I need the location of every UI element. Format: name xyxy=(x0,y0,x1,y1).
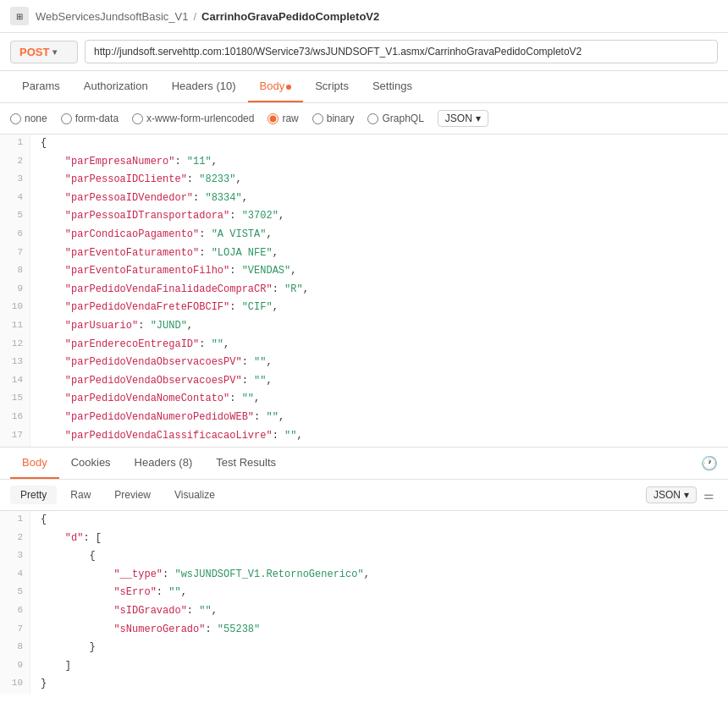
code-line-15: 15 "parPedidoVendaNomeContato": "", xyxy=(0,390,728,409)
response-tabs-row: Body Cookies Headers (8) Test Results 🕐 xyxy=(0,448,728,480)
line-number: 6 xyxy=(0,226,30,244)
code-line-8: 8 } xyxy=(0,639,728,657)
code-line-14: 14 "parPedidoVendaObservacoesPV": "", xyxy=(0,372,728,391)
line-number: 1 xyxy=(0,511,30,530)
tab-scripts[interactable]: Scripts xyxy=(303,71,361,102)
option-binary[interactable]: binary xyxy=(312,113,355,124)
line-number: 5 xyxy=(0,584,30,602)
code-line-5: 5 "sErro": "", xyxy=(0,584,728,602)
line-content: } xyxy=(30,675,57,694)
resp-tab-headers[interactable]: Headers (8) xyxy=(123,448,205,479)
url-bar: POST ▾ xyxy=(0,33,728,71)
line-content: "parEnderecoEntregaID": "", xyxy=(30,336,240,354)
top-bar: ⊞ WebServicesJundsoftBasic_V1 / Carrinho… xyxy=(0,0,728,33)
fmt-raw[interactable]: Raw xyxy=(60,486,101,504)
option-graphql[interactable]: GraphQL xyxy=(367,113,423,124)
option-none[interactable]: none xyxy=(10,113,47,124)
line-number: 14 xyxy=(0,372,30,391)
line-content: { xyxy=(30,547,106,566)
line-number: 9 xyxy=(0,281,30,299)
code-line-2: 2 "parEmpresaNumero": "11", xyxy=(0,153,728,172)
line-content: "sIDGravado": "", xyxy=(30,602,228,621)
breadcrumb-current: CarrinhoGravaPedidoCompletoV2 xyxy=(201,10,379,23)
code-line-12: 12 "parEnderecoEntregaID": "", xyxy=(0,336,728,354)
line-content: "parPessoaIDVendedor": "8334", xyxy=(30,189,258,208)
line-number: 2 xyxy=(0,530,30,548)
code-line-4: 4 "parPessoaIDVendedor": "8334", xyxy=(0,189,728,208)
tab-settings[interactable]: Settings xyxy=(361,71,424,102)
code-line-13: 13 "parPedidoVendaObservacoesPV": "", xyxy=(0,354,728,372)
line-content: "parEmpresaNumero": "11", xyxy=(30,153,228,172)
method-arrow-icon: ▾ xyxy=(52,47,57,57)
code-line-1: 1{ xyxy=(0,135,728,153)
tab-authorization[interactable]: Authorization xyxy=(72,71,160,102)
code-line-7: 7 "sNumeroGerado": "55238" xyxy=(0,621,728,640)
code-line-11: 11 "parUsuario": "JUND", xyxy=(0,317,728,336)
line-content: { xyxy=(30,135,57,153)
fmt-visualize[interactable]: Visualize xyxy=(164,486,225,504)
line-content: "__type": "wsJUNDSOFT_V1.RetornoGenerico… xyxy=(30,566,380,585)
breadcrumb-parent[interactable]: WebServicesJundsoftBasic_V1 xyxy=(36,10,188,23)
resp-tab-test-results[interactable]: Test Results xyxy=(204,448,288,479)
tab-params[interactable]: Params xyxy=(10,71,72,102)
fmt-preview[interactable]: Preview xyxy=(104,486,161,504)
code-line-8: 8 "parEventoFaturamentoFilho": "VENDAS", xyxy=(0,262,728,281)
body-dot xyxy=(286,85,291,90)
code-line-6: 6 "sIDGravado": "", xyxy=(0,602,728,621)
line-content: "parEventoFaturamento": "LOJA NFE", xyxy=(30,244,289,263)
code-line-7: 7 "parEventoFaturamento": "LOJA NFE", xyxy=(0,244,728,263)
line-content: "parPedidoVendaObservacoesPV": "", xyxy=(30,372,283,391)
line-number: 3 xyxy=(0,547,30,566)
method-label: POST xyxy=(19,46,49,58)
code-line-10: 10 "parPedidoVendaFreteFOBCIF": "CIF", xyxy=(0,299,728,317)
code-line-9: 9 "parPedidoVendaFinalidadeCompraCR": "R… xyxy=(0,281,728,299)
url-input[interactable] xyxy=(85,40,718,63)
line-number: 16 xyxy=(0,409,30,427)
line-content: ] xyxy=(30,657,81,676)
code-line-17: 17 "parPedidoVendaClassificacaoLivre": "… xyxy=(0,427,728,446)
fmt-pretty[interactable]: Pretty xyxy=(10,486,57,504)
tab-headers[interactable]: Headers (10) xyxy=(160,71,248,102)
breadcrumb: WebServicesJundsoftBasic_V1 / CarrinhoGr… xyxy=(36,10,379,23)
response-body-editor: 1{2 "d": [3 {4 "__type": "wsJUNDSOFT_V1.… xyxy=(0,511,728,694)
line-number: 9 xyxy=(0,657,30,676)
code-line-3: 3 { xyxy=(0,547,728,566)
line-number: 17 xyxy=(0,427,30,446)
line-number: 1 xyxy=(0,135,30,153)
resp-json-badge[interactable]: JSON ▾ xyxy=(646,486,697,503)
resp-tab-cookies[interactable]: Cookies xyxy=(59,448,123,479)
filter-icon[interactable]: ⚌ xyxy=(700,485,718,505)
tab-body[interactable]: Body xyxy=(248,71,304,102)
resp-tab-body[interactable]: Body xyxy=(10,448,59,479)
line-content: "parPessoaIDTransportadora": "3702", xyxy=(30,207,295,226)
method-select[interactable]: POST ▾ xyxy=(10,41,78,63)
line-number: 4 xyxy=(0,189,30,208)
line-content: "parPedidoVendaNomeContato": "", xyxy=(30,390,270,409)
line-number: 10 xyxy=(0,675,30,694)
app-icon: ⊞ xyxy=(10,7,29,25)
json-type-badge[interactable]: JSON ▾ xyxy=(438,110,488,127)
line-content: "parPedidoVendaClassificacaoLivre": "", xyxy=(30,427,313,446)
line-content: "parCondicaoPagamento": "A VISTA", xyxy=(30,226,283,244)
resp-json-arrow-icon: ▾ xyxy=(684,489,689,501)
line-content: "parEventoFaturamentoFilho": "VENDAS", xyxy=(30,262,306,281)
line-number: 6 xyxy=(0,602,30,621)
request-body-editor[interactable]: 1{2 "parEmpresaNumero": "11",3 "parPesso… xyxy=(0,135,728,448)
code-line-2: 2 "d": [ xyxy=(0,530,728,548)
breadcrumb-separator: / xyxy=(193,10,196,23)
line-number: 8 xyxy=(0,639,30,657)
option-form-data[interactable]: form-data xyxy=(61,113,119,124)
line-content: "parPedidoVendaFinalidadeCompraCR": "R", xyxy=(30,281,319,299)
code-line-6: 6 "parCondicaoPagamento": "A VISTA", xyxy=(0,226,728,244)
history-icon[interactable]: 🕐 xyxy=(701,455,718,471)
option-urlencoded[interactable]: x-www-form-urlencoded xyxy=(132,113,254,124)
body-options: none form-data x-www-form-urlencoded raw… xyxy=(0,103,728,135)
code-line-16: 16 "parPedidoVendaNumeroPedidoWEB": "", xyxy=(0,409,728,427)
line-content: "parPessoaIDCliente": "8233", xyxy=(30,171,252,189)
response-format-row: Pretty Raw Preview Visualize JSON ▾ ⚌ xyxy=(0,480,728,511)
resp-tab-actions: 🕐 xyxy=(701,455,718,471)
line-content: "parPedidoVendaNumeroPedidoWEB": "", xyxy=(30,409,295,427)
option-raw[interactable]: raw xyxy=(267,113,298,124)
line-content: { xyxy=(30,511,57,530)
line-number: 12 xyxy=(0,336,30,354)
